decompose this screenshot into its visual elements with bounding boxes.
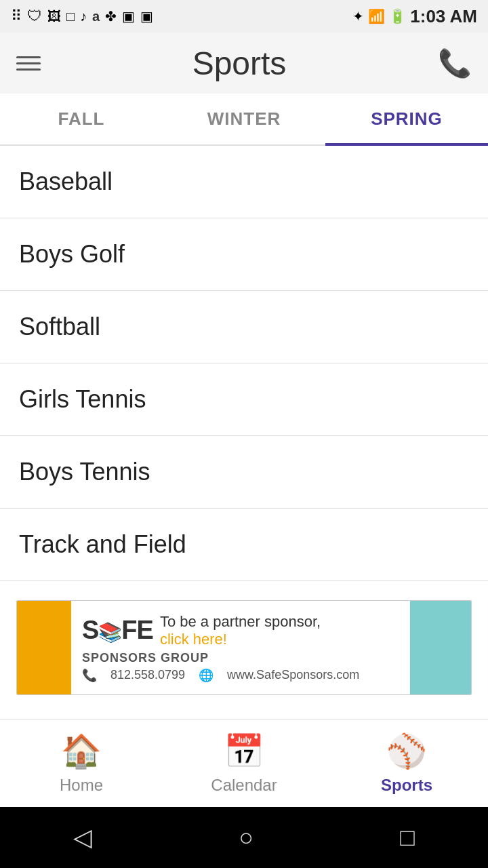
status-bar: ⠿ 🛡 🖼 □ ♪ a ✤ ▣ ▣ ✦ 📶 🔋 1:03 AM — [0, 0, 488, 33]
app2-icon: ▣ — [122, 8, 135, 24]
nav-home[interactable]: 🏠 Home — [0, 732, 163, 795]
home-icon: 🏠 — [61, 732, 102, 770]
page-title: Sports — [192, 45, 287, 82]
nav-home-label: Home — [60, 776, 103, 795]
recent-apps-button[interactable]: □ — [400, 823, 415, 852]
notification-icon: ⠿ — [11, 7, 22, 25]
tab-winter[interactable]: WINTER — [163, 94, 325, 144]
home-button[interactable]: ○ — [239, 823, 253, 852]
ad-logo-text: SPONSORS GROUP — [82, 651, 209, 665]
ad-banner[interactable]: S📚FE To be a partner sponsor, click here… — [16, 600, 472, 695]
hamburger-line — [16, 68, 41, 71]
image-icon: 🖼 — [47, 9, 61, 24]
ad-phone: 812.558.0799 — [110, 668, 185, 682]
sports-ball-icon: ⚾ — [386, 732, 427, 770]
nav-calendar[interactable]: 📅 Calendar — [163, 732, 325, 795]
back-button[interactable]: ◁ — [73, 823, 92, 852]
square-icon: □ — [66, 9, 75, 24]
list-item[interactable]: Boys Golf — [0, 218, 488, 291]
wifi-icon: 📶 — [368, 8, 385, 24]
ad-content: S📚FE To be a partner sponsor, click here… — [71, 601, 410, 694]
ad-logo: S📚FE — [82, 616, 153, 645]
app-icon: ✤ — [105, 8, 117, 24]
hamburger-menu-button[interactable] — [16, 56, 41, 71]
sports-list: Baseball Boys Golf Softball Girls Tennis… — [0, 146, 488, 719]
bluetooth-icon: ✦ — [352, 8, 364, 24]
status-time: 1:03 AM — [410, 6, 477, 27]
ad-website: www.SafeSponsors.com — [227, 668, 359, 682]
hamburger-line — [16, 62, 41, 64]
nav-sports[interactable]: ⚾ Sports — [325, 732, 488, 795]
app-header: Sports 📞 — [0, 33, 488, 94]
app3-icon: ▣ — [140, 8, 153, 24]
list-item[interactable]: Track and Field — [0, 509, 488, 581]
shield-icon: 🛡 — [27, 7, 42, 25]
android-nav-bar: ◁ ○ □ — [0, 807, 488, 868]
status-bar-right: ✦ 📶 🔋 1:03 AM — [352, 6, 477, 27]
list-item[interactable]: Girls Tennis — [0, 363, 488, 436]
ad-partner-link[interactable]: click here! — [160, 631, 321, 648]
tab-spring[interactable]: SPRING — [325, 94, 488, 144]
music-icon: ♪ — [80, 9, 87, 24]
calendar-icon: 📅 — [224, 732, 264, 770]
list-item[interactable]: Boys Tennis — [0, 436, 488, 509]
ad-phone-icon: 📞 — [82, 668, 97, 683]
nav-sports-label: Sports — [381, 776, 432, 795]
tab-fall[interactable]: FALL — [0, 94, 163, 144]
status-bar-left: ⠿ 🛡 🖼 □ ♪ a ✤ ▣ ▣ — [11, 7, 153, 25]
season-tabs: FALL WINTER SPRING — [0, 94, 488, 146]
nav-calendar-label: Calendar — [211, 776, 277, 795]
ad-right-stripe — [410, 601, 471, 694]
ad-partner-text: To be a partner sponsor, — [160, 613, 321, 631]
ad-wifi-icon: 🌐 — [199, 668, 214, 683]
list-item[interactable]: Softball — [0, 291, 488, 363]
bottom-nav: 🏠 Home 📅 Calendar ⚾ Sports — [0, 719, 488, 807]
battery-icon: 🔋 — [389, 8, 406, 24]
list-item[interactable]: Baseball — [0, 146, 488, 218]
phone-icon[interactable]: 📞 — [438, 47, 472, 79]
hamburger-line — [16, 56, 41, 58]
amazon-icon: a — [92, 9, 100, 24]
ad-left-stripe — [17, 601, 71, 694]
